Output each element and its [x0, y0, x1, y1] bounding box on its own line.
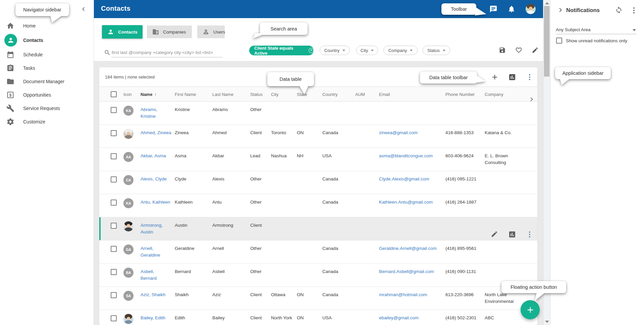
table-row[interactable]: KAAbrams, KristineKristineAbramsOther: [99, 102, 537, 125]
contact-name-link[interactable]: Alexis, Clyde: [141, 176, 167, 181]
column-header-country[interactable]: Country: [322, 87, 355, 101]
sidebar-item-opportunities[interactable]: $Opportunities: [0, 88, 94, 102]
scrollbar-thumb[interactable]: [544, 6, 549, 76]
contact-email-link[interactable]: Clyde.Alexis@gmail.com: [379, 176, 429, 181]
contact-name-link[interactable]: Armstrong, Austin: [141, 223, 163, 234]
table-row[interactable]: Bailey, EdithEdithBaileyClientNorth York…: [99, 310, 537, 325]
row-checkbox[interactable]: [111, 200, 117, 206]
select-all-checkbox[interactable]: [111, 91, 117, 97]
search-icon: [104, 49, 111, 56]
favorite-icon[interactable]: [515, 47, 522, 54]
sidebar-item-tasks[interactable]: Tasks: [0, 61, 94, 75]
row-checkbox[interactable]: [111, 315, 117, 321]
sidebar-item-home[interactable]: Home: [0, 19, 94, 33]
main-area: Contacts ContactsCompaniesUsers first la…: [94, 0, 543, 325]
tab-companies[interactable]: Companies: [147, 25, 192, 38]
column-header-state[interactable]: State: [297, 87, 322, 101]
contact-email-link[interactable]: asma@blanditcongue.com: [379, 153, 433, 158]
row-chart-icon[interactable]: [508, 230, 516, 238]
search-input[interactable]: first last @company +category city:<city…: [112, 50, 213, 55]
remove-filter-icon[interactable]: [309, 48, 314, 53]
contact-email-link[interactable]: ebailey@gmail.com: [379, 315, 419, 320]
table-row[interactable]: Armstrong, AustinAustinArmstrongClient: [99, 217, 537, 240]
contact-email-link[interactable]: mrahman@hotmail.com: [379, 292, 427, 297]
tab-contacts[interactable]: Contacts: [102, 25, 143, 39]
save-search-icon[interactable]: [499, 47, 506, 54]
notifications-icon[interactable]: [507, 5, 516, 13]
row-checkbox[interactable]: [111, 223, 117, 229]
row-checkbox[interactable]: [111, 107, 117, 113]
column-header-aum[interactable]: AUM: [355, 87, 379, 101]
subject-area-select[interactable]: Any Subject Area: [556, 27, 591, 32]
column-header-phone-number[interactable]: Phone Number: [445, 87, 485, 101]
filter-chip-status[interactable]: Status: [423, 46, 450, 55]
sidebar-item-contacts[interactable]: Contacts: [0, 34, 94, 47]
contact-name-link[interactable]: Ahmed, Zineea: [141, 130, 171, 135]
contact-name-link[interactable]: Abrams, Kristine: [141, 107, 157, 119]
tab-users[interactable]: Users: [197, 25, 225, 38]
filter-chip-country[interactable]: Country: [320, 46, 350, 55]
contact-name-link[interactable]: Akbar, Asma: [141, 153, 166, 158]
row-checkbox[interactable]: [111, 246, 117, 252]
row-checkbox[interactable]: [111, 153, 117, 159]
contact-initials: GA: [123, 245, 133, 255]
chart-icon[interactable]: [508, 73, 516, 81]
contact-email-link[interactable]: Geraldine.Arnell@gmail.com: [379, 246, 437, 251]
contact-email-link[interactable]: Bernard.Asbell@gmail.com: [379, 269, 434, 274]
person-icon: [4, 34, 17, 47]
sidebar-item-schedule[interactable]: Schedule: [0, 48, 94, 61]
contact-email-link[interactable]: zineea@gmail.com: [379, 130, 418, 135]
row-checkbox[interactable]: [111, 176, 117, 182]
column-header-icon[interactable]: Icon: [123, 87, 141, 101]
contact-email-link[interactable]: Kathleen.Antu@gmail.com: [379, 200, 433, 205]
panel-menu-icon[interactable]: [630, 6, 638, 14]
sidebar-item-customize[interactable]: Customize: [0, 115, 94, 128]
filter-chip-city[interactable]: City: [356, 46, 378, 55]
refresh-icon[interactable]: [615, 6, 623, 14]
table-row[interactable]: Ahmed, ZineeaZineeaAhmedClientTorontoONC…: [99, 125, 537, 148]
column-header-status[interactable]: Status: [250, 87, 271, 101]
folder-icon: [6, 77, 14, 86]
messages-icon[interactable]: [489, 5, 497, 13]
chevron-down-icon: [342, 50, 345, 51]
contact-name-link[interactable]: Antu, Kathleen: [141, 200, 170, 205]
main-scrollbar[interactable]: [543, 0, 550, 325]
contact-name-link[interactable]: Bailey, Edith: [141, 315, 165, 320]
collapse-panel-icon[interactable]: [556, 6, 565, 14]
edit-row-icon[interactable]: [491, 230, 499, 238]
contact-name-link[interactable]: Asbell, Bernard: [141, 269, 157, 281]
edit-search-icon[interactable]: [532, 47, 539, 54]
scroll-down-icon[interactable]: [545, 321, 549, 323]
contact-initials: KA: [123, 106, 133, 116]
unread-only-checkbox[interactable]: [556, 38, 562, 44]
row-menu-icon[interactable]: [526, 230, 534, 238]
column-header-name[interactable]: Name: [141, 87, 175, 101]
sidebar-item-document-manager[interactable]: Document Manager: [0, 75, 94, 88]
contact-name-link[interactable]: Arnell, Geraldine: [141, 246, 160, 258]
add-contact-fab[interactable]: [521, 300, 540, 319]
collapse-sidebar-icon[interactable]: [80, 5, 88, 13]
sidebar-item-service-requests[interactable]: Service Requests: [0, 102, 94, 115]
row-checkbox[interactable]: [111, 269, 117, 275]
table-row[interactable]: BAAsbell, BernardBernardAsbellOtherCanad…: [99, 264, 537, 287]
table-menu-icon[interactable]: [526, 73, 534, 81]
contact-photo: [123, 314, 133, 324]
active-filter-chip[interactable]: Client State equals Active: [249, 46, 314, 55]
row-checkbox[interactable]: [111, 130, 117, 136]
column-header-company[interactable]: Company: [485, 87, 528, 101]
column-header-first-name[interactable]: First Name: [175, 87, 212, 101]
table-row[interactable]: CAAlexis, ClydeClydeAlexisOtherCanadaCly…: [99, 171, 537, 194]
table-row[interactable]: SAAziz, ShaikhShaikhAzizClientOttawaONCa…: [99, 287, 537, 310]
user-avatar[interactable]: [526, 4, 536, 14]
scroll-up-icon[interactable]: [545, 2, 549, 4]
table-row[interactable]: AAAkbar, AsmaAsmaAkbarLeadNashuaNHUSAasm…: [99, 148, 537, 171]
table-row[interactable]: KAAntu, KathleenKathleenAntuOtherCanadaK…: [99, 194, 537, 217]
add-record-icon[interactable]: [491, 73, 499, 81]
row-checkbox[interactable]: [111, 292, 117, 298]
column-header-city[interactable]: City: [271, 87, 297, 101]
contact-name-link[interactable]: Aziz, Shaikh: [141, 292, 165, 297]
filter-chip-company[interactable]: Company: [383, 46, 418, 55]
column-header-email[interactable]: Email: [379, 87, 445, 101]
table-row[interactable]: GAArnell, GeraldineGeraldineArnellOtherC…: [99, 240, 537, 264]
column-header-last-name[interactable]: Last Name: [212, 87, 250, 101]
